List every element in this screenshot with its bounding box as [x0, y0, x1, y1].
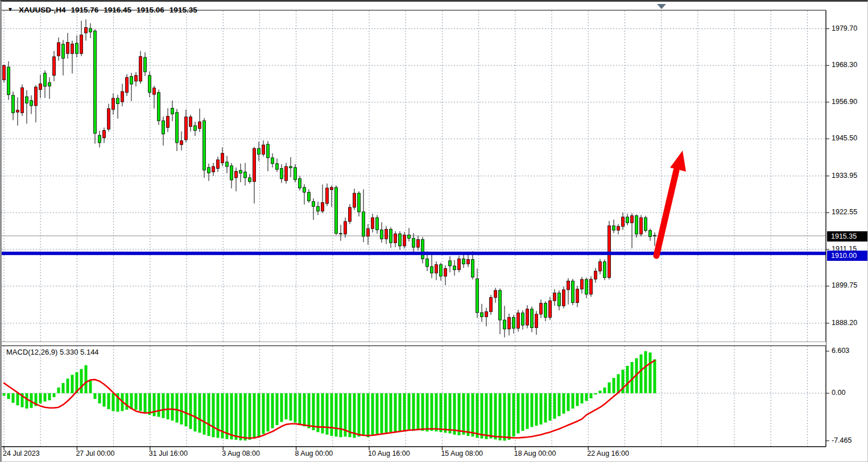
time-tick-label: 18 Aug 00:00	[514, 449, 556, 457]
candles-layer	[3, 19, 656, 338]
mt4-chart-window: ▼ XAUUSD-,H4 1915.76 1916.45 1915.06 191…	[0, 0, 868, 462]
chart-header: ▼ XAUUSD-,H4 1915.76 1916.45 1915.06 191…	[7, 5, 197, 15]
price-tick-label: 1968.30	[832, 61, 857, 69]
macd-tick-label: 0.00	[832, 389, 845, 397]
price-axis[interactable]: 1979.701968.301956.901945.501933.951922.…	[826, 10, 868, 447]
low-value: 1915.06	[137, 6, 164, 14]
open-value: 1915.76	[71, 6, 98, 14]
macd-indicator-label: MACD(12,26,9) 5.330 5.144	[6, 348, 99, 356]
time-tick-label: 31 Jul 16:00	[149, 449, 188, 457]
level-1910-badge: 1910.00	[827, 251, 868, 261]
support-level-line	[2, 252, 826, 255]
time-tick-label: 3 Aug 08:00	[222, 449, 260, 457]
time-tick-label: 8 Aug 00:00	[295, 449, 333, 457]
price-tick-label: 1899.75	[832, 281, 857, 289]
symbol-timeframe-label: XAUUSD-,H4	[19, 6, 66, 14]
time-axis[interactable]: 24 Jul 202327 Jul 00:0031 Jul 16:003 Aug…	[2, 447, 826, 462]
symbol-dropdown-icon: ▼	[7, 6, 13, 13]
price-tick-label: 1945.50	[832, 134, 857, 142]
last-price-badge: 1915.35	[827, 231, 868, 242]
time-tick-label: 27 Jul 00:00	[76, 449, 114, 457]
price-tick-label: 1979.70	[832, 24, 857, 32]
price-tick-label: 1933.95	[832, 172, 857, 180]
time-tick-label: 24 Jul 2023	[3, 449, 40, 457]
red-up-arrow	[656, 170, 676, 256]
macd-tick-label: 6.603	[832, 347, 849, 355]
price-tick-label: 1888.20	[832, 319, 857, 327]
chart-shift-marker-icon[interactable]	[657, 4, 666, 9]
high-value: 1916.45	[104, 6, 131, 14]
chart-canvas[interactable]	[2, 2, 868, 462]
price-tick-label: 1956.90	[832, 98, 857, 106]
red-up-arrow-head	[670, 151, 686, 172]
price-tick-label: 1922.55	[832, 208, 857, 216]
macd-tick-label: -7.465	[832, 436, 852, 444]
close-value: 1915.35	[170, 6, 197, 14]
time-tick-label: 15 Aug 08:00	[441, 449, 483, 457]
time-tick-label: 10 Aug 16:00	[368, 449, 410, 457]
macd-signal-line	[4, 360, 655, 438]
time-tick-label: 22 Aug 16:00	[587, 449, 629, 457]
